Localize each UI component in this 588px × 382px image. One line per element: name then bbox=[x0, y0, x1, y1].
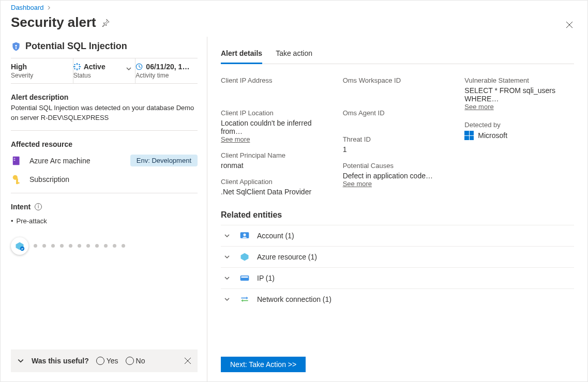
chevron-down-icon bbox=[224, 254, 232, 260]
see-more-link[interactable]: See more bbox=[464, 103, 493, 111]
alert-stats: High Severity bbox=[11, 58, 198, 84]
svg-rect-4 bbox=[73, 66, 76, 67]
affected-resource-header: Affected resource bbox=[11, 140, 198, 148]
status-stat[interactable]: Active Status bbox=[73, 58, 136, 83]
field-potential-causes: Potential Causes Defect in application c… bbox=[343, 162, 453, 188]
account-icon bbox=[239, 231, 250, 241]
alert-title: Potential SQL Injection bbox=[11, 37, 198, 58]
chevron-down-icon bbox=[224, 275, 232, 281]
field-client-ip: Client IP Address bbox=[221, 77, 330, 84]
svg-rect-16 bbox=[16, 182, 19, 184]
next-take-action-button[interactable]: Next: Take Action >> bbox=[221, 357, 306, 372]
svg-point-0 bbox=[15, 44, 17, 46]
svg-rect-7 bbox=[79, 64, 80, 66]
field-vulnerable-statement: Vulnerable Statement SELECT * FROM sqli_… bbox=[464, 77, 574, 111]
microsoft-logo-icon bbox=[464, 131, 474, 140]
feedback-question: Was this useful? bbox=[32, 357, 89, 365]
svg-rect-13 bbox=[14, 160, 16, 161]
svg-rect-23 bbox=[241, 277, 248, 278]
feedback-yes-radio[interactable]: Yes bbox=[96, 357, 118, 365]
close-icon[interactable] bbox=[562, 17, 577, 33]
shield-icon bbox=[11, 41, 21, 52]
field-workspace-id: Oms Workspace ID bbox=[343, 77, 453, 84]
svg-point-20 bbox=[244, 234, 246, 236]
see-more-link[interactable]: See more bbox=[343, 180, 372, 188]
breadcrumb-root-link[interactable]: Dashboard bbox=[11, 4, 44, 11]
chevron-down-icon bbox=[224, 233, 232, 239]
related-entity-account[interactable]: Account (1) bbox=[221, 225, 574, 246]
svg-rect-22 bbox=[240, 276, 249, 281]
field-client-ip-location: Client IP Location Location couldn't be … bbox=[221, 109, 330, 143]
azure-arc-machine-icon bbox=[11, 155, 23, 167]
resource-name: Azure Arc machine bbox=[29, 157, 91, 165]
chevron-right-icon bbox=[47, 6, 51, 10]
svg-rect-5 bbox=[79, 66, 81, 67]
feedback-bar: Was this useful? Yes No bbox=[11, 349, 198, 372]
kill-chain-timeline bbox=[11, 237, 198, 255]
svg-rect-12 bbox=[14, 158, 16, 159]
close-icon[interactable] bbox=[184, 357, 191, 364]
related-entity-network-connection[interactable]: Network connection (1) bbox=[221, 288, 574, 310]
intent-header: Intent bbox=[11, 203, 31, 211]
active-status-icon bbox=[73, 63, 81, 70]
chevron-down-icon bbox=[224, 296, 232, 302]
network-connection-icon bbox=[239, 294, 250, 304]
ip-icon bbox=[239, 273, 250, 283]
see-more-link[interactable]: See more bbox=[221, 135, 250, 143]
field-detected-by: Detected by Microsoft bbox=[464, 121, 574, 140]
alert-description-header: Alert description bbox=[11, 93, 198, 101]
field-threat-id: Threat ID 1 bbox=[343, 135, 453, 154]
environment-tag: Env: Development bbox=[130, 155, 198, 166]
chevron-down-icon[interactable] bbox=[17, 357, 24, 364]
tab-take-action[interactable]: Take action bbox=[276, 44, 312, 64]
pin-icon[interactable] bbox=[101, 19, 110, 27]
affected-resource-row[interactable]: Azure Arc machine Env: Development bbox=[11, 155, 198, 167]
subscription-key-icon bbox=[11, 173, 23, 186]
page-title: Security alert bbox=[11, 14, 110, 30]
svg-rect-8 bbox=[74, 68, 76, 69]
resource-name: Subscription bbox=[29, 175, 69, 184]
svg-rect-1 bbox=[16, 47, 17, 49]
intent-value: Pre-attack bbox=[11, 217, 198, 225]
affected-resource-row[interactable]: Subscription bbox=[11, 173, 198, 186]
svg-rect-3 bbox=[77, 69, 78, 71]
field-agent-id: Oms Agent ID bbox=[343, 109, 453, 117]
azure-resource-icon bbox=[239, 252, 250, 262]
info-icon[interactable]: i bbox=[35, 203, 42, 210]
related-entities-header: Related entities bbox=[221, 210, 574, 225]
feedback-no-radio[interactable]: No bbox=[126, 357, 145, 365]
field-client-principal: Client Principal Name ronmat bbox=[221, 151, 330, 170]
svg-rect-9 bbox=[79, 68, 80, 69]
activity-time-stat: 06/11/20, 1… Activity time bbox=[135, 58, 198, 83]
clock-icon bbox=[135, 63, 143, 70]
svg-rect-2 bbox=[77, 63, 78, 65]
detail-tabs: Alert details Take action bbox=[221, 44, 574, 64]
breadcrumb: Dashboard bbox=[11, 4, 577, 11]
related-entity-azure-resource[interactable]: Azure resource (1) bbox=[221, 246, 574, 267]
field-client-application: Client Application .Net SqlClient Data P… bbox=[221, 178, 330, 196]
alert-description: Potential SQL Injection was detected on … bbox=[11, 103, 198, 123]
severity-stat: High Severity bbox=[11, 58, 73, 83]
svg-marker-21 bbox=[241, 253, 249, 261]
chevron-down-icon[interactable] bbox=[126, 66, 132, 72]
tab-alert-details[interactable]: Alert details bbox=[221, 44, 262, 64]
related-entity-ip[interactable]: IP (1) bbox=[221, 267, 574, 288]
svg-rect-6 bbox=[74, 64, 76, 66]
timeline-current-stage-icon bbox=[11, 237, 28, 255]
